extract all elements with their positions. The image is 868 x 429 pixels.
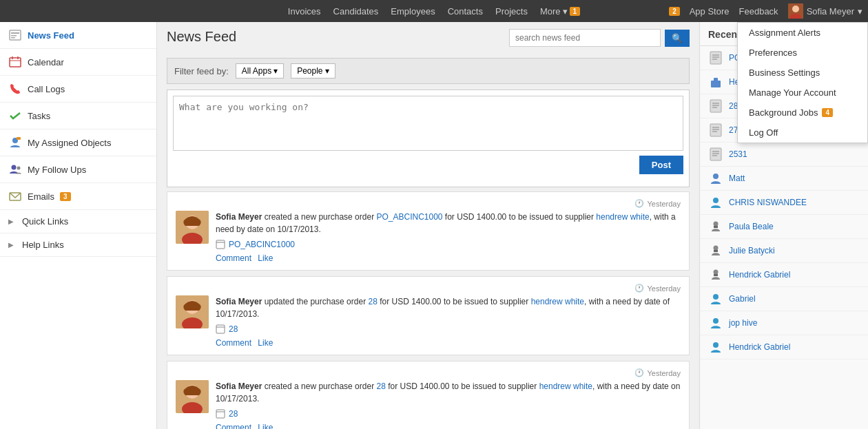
- sidebar-item-news-feed[interactable]: News Feed: [0, 22, 156, 49]
- feed-content-3: Sofia Meyer created a new purchase order…: [216, 380, 681, 429]
- svg-point-55: [714, 270, 719, 275]
- feed-item: 🕐 Yesterday Sofia Meyer created a new pu…: [167, 361, 690, 429]
- assigned-item: Gabriel: [700, 287, 868, 311]
- svg-point-1: [792, 6, 799, 12]
- assigned-link-chris[interactable]: CHRIS NISWANDEE: [729, 198, 807, 207]
- feed-text-3: Sofia Meyer created a new purchase order…: [216, 380, 681, 405]
- assigned-link-julie[interactable]: Julie Batycki: [729, 246, 775, 255]
- user-menu-button[interactable]: Sofia Meyer ▾: [788, 3, 862, 19]
- sidebar-item-quick-links[interactable]: ▶ Quick Links: [0, 210, 156, 233]
- assigned-link-matt[interactable]: Matt: [729, 174, 745, 183]
- arrow2-indicator: 2: [669, 7, 680, 16]
- search-input[interactable]: [509, 29, 661, 47]
- svg-rect-54: [714, 250, 718, 252]
- nav-candidates[interactable]: Candidates: [333, 6, 379, 17]
- po-icon: [708, 50, 723, 65]
- assigned-link-gabriel[interactable]: Gabriel: [729, 294, 756, 304]
- app-store-link[interactable]: App Store: [690, 6, 730, 17]
- svg-point-49: [713, 174, 719, 179]
- svg-point-53: [714, 246, 719, 251]
- feed-item-header-2: Sofia Meyer updated the purchase order 2…: [176, 295, 681, 348]
- person-icon-hendrick2: [708, 339, 723, 355]
- svg-rect-31: [710, 52, 721, 64]
- person-worker-icon-paula: [708, 219, 723, 234]
- post-button[interactable]: Post: [639, 156, 683, 174]
- arrow1-indicator: 1: [570, 7, 581, 16]
- feed-comment-3[interactable]: Comment: [216, 423, 251, 429]
- sidebar-item-follow-ups[interactable]: My Follow Ups: [0, 156, 156, 183]
- svg-point-14: [17, 167, 21, 170]
- post-box: Post: [167, 90, 690, 187]
- search-row: 🔍: [509, 29, 690, 47]
- dropdown-manage-account[interactable]: Manage Your Account: [738, 83, 867, 103]
- filter-bar: Filter feed by: All Apps ▾ People ▾: [167, 58, 690, 84]
- nav-more[interactable]: More ▾ 1: [540, 6, 580, 17]
- assigned-link-hendrick2[interactable]: Hendrick Gabriel: [729, 342, 790, 352]
- top-navigation: Invoices Candidates Employees Contacts P…: [0, 0, 868, 22]
- sidebar-item-calendar[interactable]: Calendar: [0, 49, 156, 76]
- svg-point-57: [713, 294, 719, 300]
- feed-avatar-3: [176, 380, 209, 413]
- nav-employees[interactable]: Employees: [391, 6, 435, 17]
- feed-link-supplier-1[interactable]: hendrew white: [596, 212, 649, 222]
- svg-point-51: [714, 222, 719, 227]
- post-textarea[interactable]: [173, 96, 683, 151]
- dropdown-log-off[interactable]: Log Off: [738, 123, 867, 143]
- feed-timestamp-3: 🕐 Yesterday: [176, 368, 681, 377]
- post-row: Post: [173, 156, 683, 174]
- sidebar: News Feed Calendar Call Logs Tasks My As: [0, 22, 157, 429]
- feed-comment-2[interactable]: Comment: [216, 338, 251, 348]
- email-icon: [8, 189, 22, 203]
- feed-attachment-1[interactable]: PO_ABCINC1000: [216, 240, 681, 249]
- feed-link-28-1[interactable]: 28: [368, 297, 377, 306]
- feed-content-2: Sofia Meyer updated the purchase order 2…: [216, 295, 681, 348]
- feed-timestamp-2: 🕐 Yesterday: [176, 284, 681, 293]
- feed-link-28-2[interactable]: 28: [376, 381, 385, 391]
- assigned-link-hendrick[interactable]: Hendrick Gabriel: [729, 270, 790, 280]
- feed-actions-1: Comment Like: [216, 253, 681, 263]
- sidebar-item-help-links[interactable]: ▶ Help Links: [0, 233, 156, 257]
- assigned-link-paula[interactable]: Paula Beale: [729, 222, 774, 231]
- assigned-link-2531[interactable]: 2531: [729, 149, 747, 159]
- dropdown-background-jobs[interactable]: Background Jobs 4: [738, 103, 867, 123]
- feedback-link[interactable]: Feedback: [739, 6, 778, 17]
- search-button[interactable]: 🔍: [665, 30, 690, 47]
- feed-comment-1[interactable]: Comment: [216, 253, 251, 263]
- feed-item-header: Sofia Meyer created a new purchase order…: [176, 211, 681, 263]
- feed-content: Sofia Meyer created a new purchase order…: [216, 211, 681, 263]
- feed-link-supplier-2[interactable]: hendrew white: [531, 297, 584, 306]
- feed-like-3[interactable]: Like: [258, 423, 273, 429]
- assigned-link-jop[interactable]: jop hive: [729, 318, 757, 328]
- feed-link-po[interactable]: PO_ABCINC1000: [376, 212, 442, 222]
- feed-like-2[interactable]: Like: [258, 338, 273, 348]
- sidebar-item-assigned-objects[interactable]: My Assigned Objects: [0, 129, 156, 156]
- feed-item: 🕐 Yesterday Sofia Meyer updated the purc…: [167, 276, 690, 355]
- feed-actions-3: Comment Like: [216, 423, 681, 429]
- assigned-item: Hendrick Gabriel: [700, 263, 868, 287]
- feed-actions-2: Comment Like: [216, 338, 681, 348]
- nav-invoices[interactable]: Invoices: [288, 6, 321, 17]
- feed-attachment-2[interactable]: 28: [216, 324, 681, 334]
- dropdown-preferences[interactable]: Preferences: [738, 43, 867, 63]
- user-dropdown-menu: Assignment Alerts Preferences Business S…: [737, 22, 868, 143]
- feed-like-1[interactable]: Like: [258, 253, 273, 263]
- assigned-item: Matt: [700, 167, 868, 191]
- sidebar-item-call-logs[interactable]: Call Logs: [0, 76, 156, 103]
- filter-apps-dropdown[interactable]: All Apps ▾: [236, 63, 284, 79]
- feed-attachment-3[interactable]: 28: [216, 409, 681, 419]
- filter-people-dropdown[interactable]: People ▾: [291, 63, 335, 79]
- assigned-item: jop hive: [700, 311, 868, 335]
- svg-rect-37: [710, 100, 721, 112]
- feed-avatar-2: [176, 295, 209, 328]
- nav-contacts[interactable]: Contacts: [448, 6, 483, 17]
- dropdown-business-settings[interactable]: Business Settings: [738, 63, 867, 83]
- sidebar-item-tasks[interactable]: Tasks: [0, 103, 156, 129]
- expand-arrow-help-links: ▶: [8, 241, 14, 249]
- feed-link-supplier-3[interactable]: hendrew white: [539, 381, 592, 391]
- nav-projects[interactable]: Projects: [495, 6, 528, 17]
- dropdown-assignment-alerts[interactable]: Assignment Alerts: [738, 23, 867, 43]
- svg-rect-52: [714, 226, 718, 228]
- assigned-item: Julie Batycki: [700, 239, 868, 263]
- sidebar-item-emails[interactable]: Emails 3: [0, 183, 156, 210]
- svg-point-59: [713, 342, 719, 348]
